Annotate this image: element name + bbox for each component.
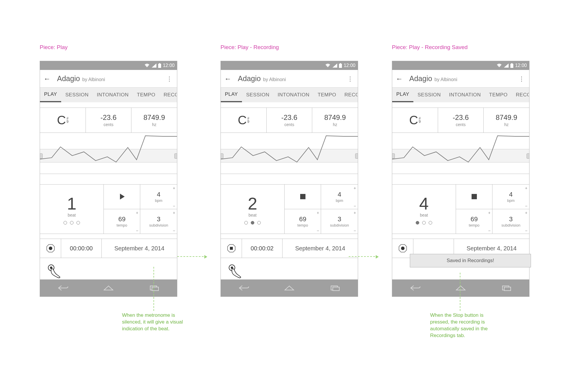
recording-time: 00:00:02 <box>242 239 283 258</box>
svg-rect-0 <box>158 64 161 68</box>
minus-icon[interactable]: − <box>136 228 138 233</box>
signal-icon <box>504 63 509 68</box>
minus-icon[interactable]: − <box>354 228 356 233</box>
plus-icon[interactable]: + <box>173 186 175 190</box>
plus-icon[interactable]: + <box>354 210 356 215</box>
minus-icon[interactable]: − <box>354 204 356 208</box>
signal-icon <box>333 63 337 68</box>
overflow-menu-button[interactable] <box>345 75 354 82</box>
recording-name[interactable]: September 4, 2014 <box>102 239 177 258</box>
nav-back-button[interactable] <box>57 285 69 291</box>
phone-frame: 12:00 ← Adagio by Albinoni PLAY SESSION … <box>392 61 529 297</box>
graph-handle-right[interactable] <box>527 153 529 159</box>
svg-rect-18 <box>511 63 512 64</box>
record-button[interactable] <box>221 239 242 258</box>
plus-icon[interactable]: + <box>136 210 138 215</box>
minus-icon[interactable]: − <box>525 204 527 208</box>
transport-button[interactable] <box>285 185 321 209</box>
tab-tempo[interactable]: TEMPO <box>485 88 512 102</box>
plus-icon[interactable]: + <box>354 186 356 190</box>
tab-play[interactable]: PLAY <box>392 88 413 102</box>
minus-icon[interactable]: − <box>173 204 175 208</box>
tab-intonation[interactable]: INTONATION <box>445 88 485 102</box>
beat-display: 1 beat <box>40 185 104 234</box>
nav-recent-button[interactable] <box>329 285 340 291</box>
nav-home-button[interactable] <box>284 285 295 291</box>
tab-tempo[interactable]: TEMPO <box>133 88 160 102</box>
svg-point-21 <box>401 247 405 250</box>
minus-icon[interactable]: − <box>317 228 319 233</box>
nav-home-button[interactable] <box>103 285 114 291</box>
transport-button[interactable] <box>456 185 493 209</box>
tab-session[interactable]: SESSION <box>413 88 445 102</box>
graph-handle-right[interactable] <box>355 153 358 159</box>
title-main: Adagio <box>57 74 80 83</box>
record-button[interactable] <box>40 239 61 258</box>
subdivision-stepper[interactable]: + 3 subdivision − <box>492 209 529 234</box>
tab-session[interactable]: SESSION <box>61 88 93 102</box>
beat-dot <box>251 221 254 225</box>
back-button[interactable]: ← <box>396 75 406 83</box>
pitch-graph[interactable] <box>40 133 177 174</box>
tempo-stepper[interactable]: + 69 tempo − <box>285 209 321 234</box>
tab-play[interactable]: PLAY <box>40 88 61 102</box>
touch-gesture-icon <box>226 263 243 279</box>
recording-time: 00:00:00 <box>61 239 102 258</box>
beat-dot <box>64 221 67 225</box>
plus-icon[interactable]: + <box>317 210 319 215</box>
bpm-stepper[interactable]: + 4 bpm − <box>492 185 529 209</box>
tab-recordings[interactable]: RECORDINGS <box>340 88 358 102</box>
minus-icon[interactable]: − <box>525 228 527 233</box>
nav-home-button[interactable] <box>455 285 466 291</box>
plus-icon[interactable]: + <box>488 210 490 215</box>
plus-icon[interactable]: + <box>525 186 527 190</box>
minus-icon[interactable]: − <box>488 228 490 233</box>
app-bar: ← Adagio by Albinoni <box>40 70 177 88</box>
subdivision-stepper[interactable]: + 3 subdivision − <box>321 209 358 234</box>
metronome-panel: 4 beat + 4 bpm − + 69 tempo <box>392 185 529 234</box>
graph-handle-left[interactable] <box>40 153 43 159</box>
tuner-readouts: C # 9 -23.6 cents 8749.9 hz <box>392 108 529 133</box>
nav-recent-button[interactable] <box>148 285 160 291</box>
beat-number: 2 <box>248 194 257 213</box>
tab-recordings[interactable]: RECORDINGS <box>512 88 529 102</box>
nav-recent-button[interactable] <box>501 285 512 291</box>
system-nav-bar <box>392 279 529 296</box>
tab-intonation[interactable]: INTONATION <box>93 88 133 102</box>
graph-handle-left[interactable] <box>220 153 223 159</box>
svg-rect-23 <box>504 287 511 291</box>
graph-handle-right[interactable] <box>174 153 177 159</box>
svg-point-16 <box>231 267 233 269</box>
graph-footer <box>221 174 358 185</box>
minus-icon[interactable]: − <box>173 228 175 233</box>
nav-back-button[interactable] <box>410 285 421 291</box>
hz-value: 8749.9 <box>324 113 346 122</box>
graph-handle-left[interactable] <box>392 153 395 159</box>
tempo-stepper[interactable]: + 69 tempo − <box>456 209 493 234</box>
bpm-stepper[interactable]: + 4 bpm − <box>321 185 358 209</box>
transport-button[interactable] <box>104 185 141 209</box>
back-button[interactable]: ← <box>44 75 54 83</box>
tab-session[interactable]: SESSION <box>242 88 273 102</box>
tab-recordings[interactable]: RECORDINGS <box>160 88 177 102</box>
plus-icon[interactable]: + <box>173 210 175 215</box>
plus-icon[interactable]: + <box>525 210 527 215</box>
back-button[interactable]: ← <box>224 75 235 83</box>
tab-play[interactable]: PLAY <box>221 88 242 102</box>
recording-name[interactable]: September 4, 2014 <box>283 239 358 258</box>
overflow-menu-button[interactable] <box>517 75 526 82</box>
pitch-graph[interactable] <box>392 133 529 174</box>
bpm-stepper[interactable]: + 4 bpm − <box>140 185 177 209</box>
svg-rect-9 <box>340 63 341 64</box>
beat-dot <box>416 221 419 225</box>
pitch-graph[interactable] <box>221 133 358 174</box>
overflow-menu-button[interactable] <box>165 75 173 82</box>
system-nav-bar <box>40 279 177 296</box>
nav-back-button[interactable] <box>238 285 249 291</box>
tab-intonation[interactable]: INTONATION <box>273 88 313 102</box>
subdivision-stepper[interactable]: + 3 subdivision − <box>140 209 177 234</box>
tab-tempo[interactable]: TEMPO <box>314 88 340 102</box>
wifi-icon <box>144 63 150 68</box>
tempo-stepper[interactable]: + 69 tempo − <box>104 209 141 234</box>
screen-caption: Piece: Play - Recording Saved <box>392 44 529 51</box>
